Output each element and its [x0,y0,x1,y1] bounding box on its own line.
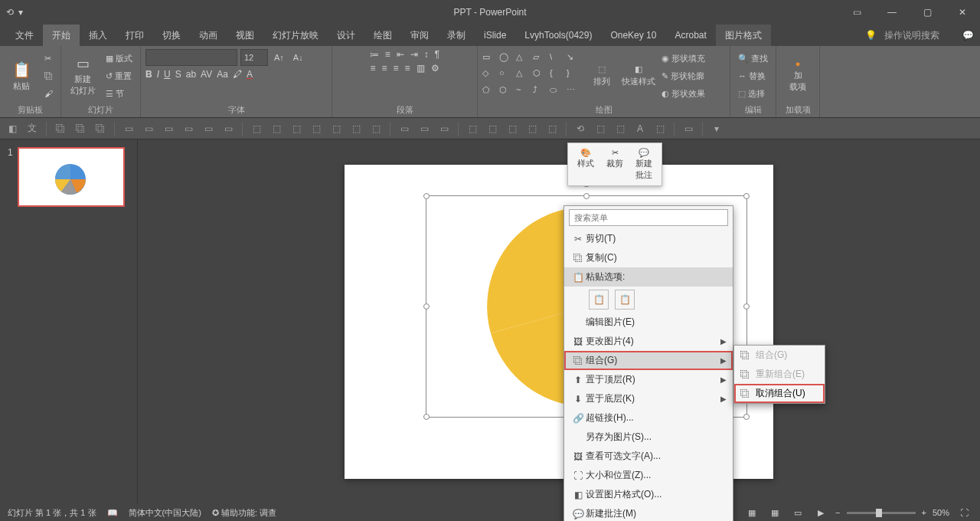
ctx-copy[interactable]: ⿻复制(C) [564,248,733,267]
tb2-btn6[interactable]: ▭ [161,121,176,136]
tb2-btn7[interactable]: ▭ [181,121,196,136]
close-button[interactable]: ✕ [945,0,980,25]
tab-picture-format[interactable]: 图片格式 [716,25,771,46]
normal-view-icon[interactable]: ▦ [743,506,760,519]
quick-styles-button[interactable]: ◧快速样式 [622,49,655,103]
align-right-icon[interactable]: ≡ [394,63,399,74]
ctx-new-comment[interactable]: 💬新建批注(M) [564,504,733,521]
tb2-btn9[interactable]: ▭ [220,121,236,136]
indent-inc-icon[interactable]: ⇥ [410,49,418,60]
tb2-more[interactable]: ▾ [709,121,724,136]
spacing-button[interactable]: AV [201,69,212,80]
shadow-button[interactable]: ab [186,69,196,80]
shrink-font-icon[interactable]: A↓ [290,49,306,66]
accessibility-status[interactable]: ✪ 辅助功能: 调查 [212,507,276,519]
bold-button[interactable]: B [145,69,152,80]
font-color-button[interactable]: A [247,69,253,80]
paste-button[interactable]: 📋 粘贴 [5,49,38,103]
format-painter-button[interactable]: 🖌 [41,85,56,102]
tab-onekey[interactable]: OneKey 10 [601,25,665,46]
smartart-icon[interactable]: ⚙ [431,63,439,74]
ctx-size-position[interactable]: ⛶大小和位置(Z)... [564,466,733,485]
tb2-btn5[interactable]: ▭ [141,121,156,136]
align-center-icon[interactable]: ≡ [381,63,387,74]
replace-button[interactable]: ↔替换 [735,67,771,84]
tb2-btn15[interactable]: ⬚ [348,121,364,136]
handle-ne[interactable] [743,193,750,199]
underline-button[interactable]: U [164,69,171,80]
zoom-in-button[interactable]: + [922,508,926,517]
highlight-button[interactable]: 🖍 [233,69,242,80]
tb2-btn20[interactable]: ⬚ [465,121,480,136]
font-family-combo[interactable] [145,49,237,66]
mini-style-button[interactable]: 🎨样式 [573,146,599,182]
reset-button[interactable]: ↺重置 [103,67,136,84]
tab-animations[interactable]: 动画 [190,25,227,46]
slideshow-view-icon[interactable]: ▶ [812,506,829,519]
tb2-btn29[interactable]: ⬚ [652,121,668,136]
justify-icon[interactable]: ≡ [405,63,410,74]
handle-sw[interactable] [423,414,430,420]
slide-thumbnails-panel[interactable]: 1 [0,139,138,504]
fit-window-icon[interactable]: ⛶ [956,506,972,519]
tb2-btn8[interactable]: ▭ [201,121,216,136]
reading-view-icon[interactable]: ▭ [789,506,806,519]
tb2-btn22[interactable]: ⬚ [505,121,520,136]
columns-icon[interactable]: ▥ [416,63,425,74]
cut-button[interactable]: ✂ [41,50,56,67]
tab-print[interactable]: 打印 [116,25,153,46]
tb2-btn3[interactable]: ⿻ [93,121,108,136]
ribbon-display-icon[interactable]: ▭ [839,0,874,25]
align-left-icon[interactable]: ≡ [370,63,375,74]
copy-button[interactable]: ⿻ [41,67,56,84]
paste-option-2[interactable]: 📋 [615,290,635,310]
tb2-btn14[interactable]: ⬚ [328,121,344,136]
tb2-btn27[interactable]: ⬚ [612,121,628,136]
section-button[interactable]: ☰节 [103,85,136,102]
italic-button[interactable]: I [157,69,159,80]
tab-transitions[interactable]: 切换 [153,25,190,46]
tb2-btn16[interactable]: ⬚ [368,121,384,136]
zoom-slider[interactable] [847,512,916,514]
shape-outline-button[interactable]: ✎形状轮廓 [658,67,708,84]
ctx-cut[interactable]: ✂剪切(T) [564,229,733,248]
tab-lvyhtools[interactable]: LvyhTools(0429) [515,25,601,46]
tb2-btn11[interactable]: ⬚ [269,121,284,136]
shape-effects-button[interactable]: ◐形状效果 [658,85,708,102]
paste-option-1[interactable]: 📋 [589,290,609,310]
tb2-btn2[interactable]: ⿻ [73,121,88,136]
indent-dec-icon[interactable]: ⇤ [397,49,404,60]
mini-comment-button[interactable]: 💬新建 批注 [631,146,657,182]
language-status[interactable]: 简体中文(中国大陆) [129,507,201,519]
ctx-send-back[interactable]: ⬇置于底层(K)▶ [564,389,733,408]
tb2-btn24[interactable]: ⬚ [544,121,560,136]
tab-record[interactable]: 录制 [438,25,475,46]
minimize-button[interactable]: — [874,0,910,25]
strike-button[interactable]: S [175,69,181,80]
tab-insert[interactable]: 插入 [80,25,116,46]
tab-draw[interactable]: 绘图 [364,25,401,46]
ctx-group[interactable]: ⿻组合(G)▶ [564,351,733,370]
shapes-gallery[interactable]: ▭◯△▱\↘ ◇○△⬡{} ⬠⬡~⤴⬭⋯ [482,52,582,100]
ctx-alt-text[interactable]: 🖼查看可选文字(A)... [564,447,733,466]
maximize-button[interactable]: ▢ [910,0,945,25]
mini-crop-button[interactable]: ✂裁剪 [602,146,628,182]
handle-nw[interactable] [423,193,430,199]
tb2-btn12[interactable]: ⬚ [289,121,304,136]
numbering-icon[interactable]: ≡ [385,49,390,60]
font-size-combo[interactable]: 12 [240,49,268,66]
tb2-btn25[interactable]: ⟲ [573,121,588,136]
tab-design[interactable]: 设计 [328,25,364,46]
tb2-btn10[interactable]: ⬚ [249,121,264,136]
handle-n[interactable] [583,193,590,199]
menu-search-input[interactable] [569,209,728,226]
tab-slideshow[interactable]: 幻灯片放映 [263,25,328,46]
help-icon[interactable]: 💡 [865,30,877,41]
grow-font-icon[interactable]: A↑ [271,49,287,66]
tb2-text-icon[interactable]: 文 [24,121,40,136]
tab-islide[interactable]: iSlide [475,25,515,46]
ctx-hyperlink[interactable]: 🔗超链接(H)... [564,408,733,428]
save-icon[interactable]: ▾ [18,7,23,18]
tb2-btn23[interactable]: ⬚ [524,121,540,136]
text-dir-icon[interactable]: ¶ [435,49,439,60]
